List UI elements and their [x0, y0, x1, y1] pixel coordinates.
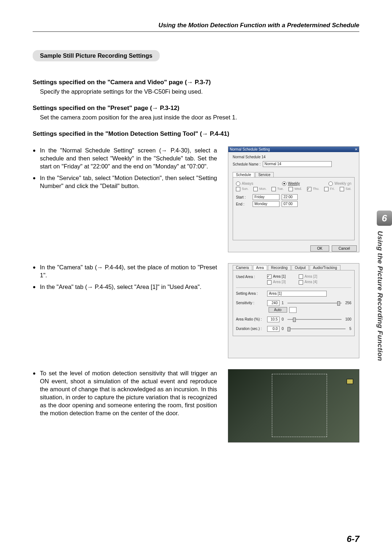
end-day-select[interactable]: Monday [253, 201, 279, 207]
sensitivity-value[interactable]: 240 [267, 300, 279, 306]
sensitivity-slider[interactable] [287, 303, 342, 303]
duration-label: Duration (sec.) : [236, 327, 265, 331]
area-dialog-screenshot: Camera Area Recording Output Audio/Track… [228, 263, 359, 358]
bullet-icon: ● [33, 263, 40, 279]
sec2-body: Set the camera zoom position for the are… [40, 114, 359, 121]
end-time-input[interactable]: 07:00 [282, 201, 298, 207]
detection-indicator [347, 379, 353, 384]
sec1-body: Specify the appropriate settings for the… [40, 88, 359, 95]
sec1-heading: Settings specified on the "Camera and Vi… [33, 79, 359, 86]
sec3-heading: Settings specified in the "Motion Detect… [33, 130, 359, 138]
chk-area4[interactable] [299, 280, 303, 285]
bullet3: In the "Camera" tab (→ P.4-44), set the … [40, 263, 217, 279]
sec2-heading: Settings specified on the "Preset" page … [33, 105, 359, 112]
bullet-icon: ● [33, 146, 40, 170]
tab-recording[interactable]: Recording [268, 265, 291, 270]
page-number: 6-7 [347, 534, 359, 544]
bullet-icon: ● [33, 283, 40, 291]
start-time-input[interactable]: 22:00 [282, 194, 298, 200]
tab-schedule[interactable]: Schedule [233, 172, 254, 177]
section-pill: Sample Still Picture Recording Settings [33, 50, 160, 61]
chapter-number-badge: 6 [377, 211, 392, 226]
sensitivity-label: Sensitivity : [236, 301, 265, 305]
chk-area1[interactable] [267, 274, 271, 279]
setting-area-select[interactable]: Area [1] [267, 291, 327, 297]
tab-audio[interactable]: Audio/Tracking [310, 265, 340, 270]
radio-weeklyon[interactable] [328, 181, 333, 186]
chk-area3[interactable] [267, 280, 271, 285]
bullet5: To set the level of motion detection sen… [40, 369, 217, 417]
tab-area[interactable]: Area [253, 265, 267, 270]
bullet-icon: ● [33, 369, 40, 417]
start-label: Start : [236, 195, 250, 199]
bullet4: In the "Area" tab (→ P.4-45), select "Ar… [40, 283, 217, 291]
area-ratio-slider[interactable] [287, 319, 342, 320]
schedule-name-input[interactable]: Normal 14 [263, 161, 332, 167]
used-area-label: Used Area : [236, 275, 265, 279]
duration-slider[interactable] [287, 328, 346, 329]
auto-button[interactable]: Auto [269, 307, 287, 313]
chapter-title-vertical: Using the Picture Recording Function [376, 231, 384, 361]
start-day-select[interactable]: Friday [253, 194, 279, 200]
end-label: End : [236, 202, 250, 206]
bullet2: In the "Service" tab, select "Motion Det… [40, 174, 217, 190]
ok-button[interactable]: OK [310, 245, 329, 252]
area-ratio-value[interactable]: 10.5 [267, 317, 279, 322]
camera-preview-screenshot [228, 369, 359, 442]
schedule-name-label: Schedule Name : [233, 162, 261, 166]
dialog-title: Normal Schedule Setting [230, 147, 270, 151]
motion-detection-frame [272, 374, 327, 437]
area-ratio-label: Area Ratio (%) : [236, 317, 265, 321]
schedule-subtitle: Normal Schedule 14 [233, 155, 355, 159]
bullet-icon: ● [33, 174, 40, 190]
tab-camera[interactable]: Camera [233, 265, 252, 270]
tab-service[interactable]: Service [255, 172, 274, 177]
close-icon[interactable]: ✕ [355, 147, 358, 151]
bullet1: In the "Normal Schedule Setting" screen … [40, 146, 217, 170]
page-header: Using the Motion Detection Function with… [33, 22, 359, 32]
chk-area2[interactable] [299, 274, 303, 279]
duration-value[interactable]: 0.0 [267, 326, 279, 332]
schedule-dialog-screenshot: Normal Schedule Setting ✕ Normal Schedul… [228, 146, 359, 252]
tab-output[interactable]: Output [291, 265, 309, 270]
setting-area-label: Setting Area : [236, 291, 265, 295]
radio-always[interactable] [236, 181, 240, 186]
radio-weekly[interactable] [282, 181, 286, 186]
cancel-button[interactable]: Cancel [332, 245, 357, 252]
